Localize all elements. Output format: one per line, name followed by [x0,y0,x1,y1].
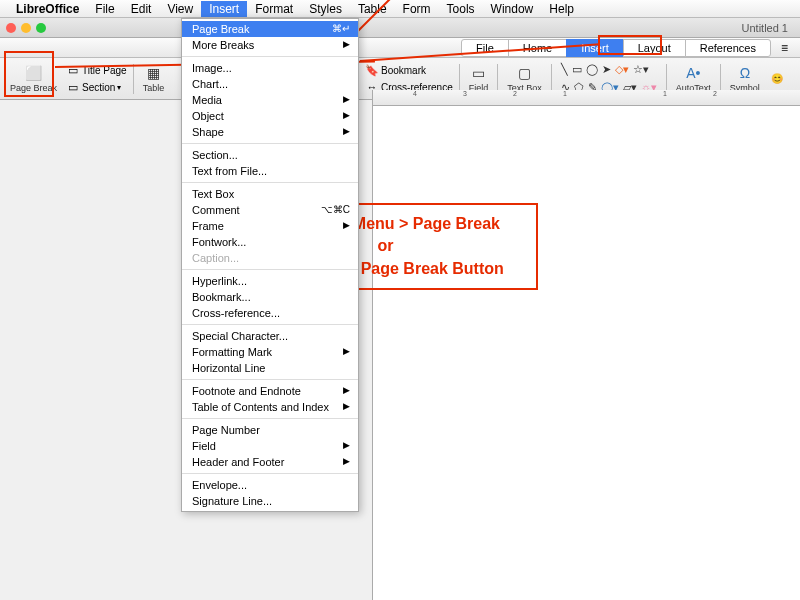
ruler-mark: 3 [463,90,467,97]
arrow-shape-icon[interactable]: ➤ [602,63,611,76]
minimize-window-icon[interactable] [21,23,31,33]
line-shape-icon[interactable]: ╲ [561,63,568,76]
ellipse-shape-icon[interactable]: ◯ [586,63,598,76]
menu-item-field[interactable]: Field▶ [182,438,358,454]
ruler-mark: 4 [413,90,417,97]
zoom-window-icon[interactable] [36,23,46,33]
menu-format[interactable]: Format [247,1,301,17]
separator [133,64,134,94]
document-area: 4 3 2 1 1 2 [372,90,800,600]
menu-item-comment[interactable]: Comment⌥⌘C [182,202,358,218]
document-title: Untitled 1 [742,22,788,34]
menu-view[interactable]: View [159,1,201,17]
menu-item-fontwork[interactable]: Fontwork... [182,234,358,250]
bookmark-button[interactable]: 🔖 Bookmark [362,62,456,78]
menu-insert[interactable]: Insert [201,1,247,17]
submenu-arrow-icon: ▶ [343,126,350,136]
annotation-highlight-page-break-button [4,51,54,97]
star-shape-icon[interactable]: ☆▾ [633,63,649,76]
macos-menubar: LibreOffice File Edit View Insert Format… [0,0,800,18]
menu-item-hyperlink[interactable]: Hyperlink... [182,273,358,289]
submenu-arrow-icon: ▶ [343,94,350,104]
menu-item-horizontal-line[interactable]: Horizontal Line [182,360,358,376]
table-icon: ▦ [144,64,162,82]
menu-window[interactable]: Window [483,1,542,17]
submenu-arrow-icon: ▶ [343,110,350,120]
page-canvas[interactable] [373,106,800,600]
menu-separator [182,143,358,144]
section-label: Section [82,82,115,93]
dropdown-arrow-icon: ▾ [117,83,121,92]
menu-separator [182,182,358,183]
menu-item-image[interactable]: Image... [182,60,358,76]
submenu-arrow-icon: ▶ [343,220,350,230]
rect-shape-icon[interactable]: ▭ [572,63,582,76]
separator [459,64,460,94]
menu-item-section[interactable]: Section... [182,147,358,163]
table-label: Table [143,83,165,93]
annotation-highlight-insert-tab [598,35,662,55]
separator [666,64,667,94]
menu-file[interactable]: File [87,1,122,17]
field-icon: ▭ [469,64,487,82]
separator [720,64,721,94]
submenu-arrow-icon: ▶ [343,440,350,450]
menu-separator [182,56,358,57]
ruler-mark: 2 [713,90,717,97]
menu-item-signature[interactable]: Signature Line... [182,493,358,509]
bookmark-label: Bookmark [381,65,426,76]
ribbon-tabs: File Home Insert Layout References ≡ [0,38,800,58]
ruler-mark: 1 [663,90,667,97]
menu-item-header-footer[interactable]: Header and Footer▶ [182,454,358,470]
insert-dropdown-menu: Page Break ⌘↵ More Breaks▶ Image... Char… [181,18,359,512]
menu-item-page-break[interactable]: Page Break ⌘↵ [182,21,358,37]
menu-item-page-number[interactable]: Page Number [182,422,358,438]
menu-item-media[interactable]: Media▶ [182,92,358,108]
close-window-icon[interactable] [6,23,16,33]
menu-item-footnote[interactable]: Footnote and Endnote▶ [182,383,358,399]
menu-help[interactable]: Help [541,1,582,17]
submenu-arrow-icon: ▶ [343,385,350,395]
submenu-arrow-icon: ▶ [343,456,350,466]
ruler-mark: 2 [513,90,517,97]
menu-item-chart[interactable]: Chart... [182,76,358,92]
submenu-arrow-icon: ▶ [343,39,350,49]
symbol-icon: Ω [736,64,754,82]
page-break-text: Page Break [192,23,249,35]
menu-styles[interactable]: Styles [301,1,350,17]
menu-item-frame[interactable]: Frame▶ [182,218,358,234]
menu-item-formatting-mark[interactable]: Formatting Mark▶ [182,344,358,360]
shapes-row-1: ╲ ▭ ◯ ➤ ◇▾ ☆▾ [557,61,661,78]
textbox-icon: ▢ [515,64,533,82]
menu-separator [182,473,358,474]
menu-item-bookmark[interactable]: Bookmark... [182,289,358,305]
submenu-arrow-icon: ▶ [343,401,350,411]
menu-item-toc[interactable]: Table of Contents and Index▶ [182,399,358,415]
menu-item-more-breaks[interactable]: More Breaks▶ [182,37,358,53]
autotext-icon: A• [684,64,702,82]
menu-item-special-char[interactable]: Special Character... [182,328,358,344]
app-name[interactable]: LibreOffice [16,2,79,16]
comment-shortcut: ⌥⌘C [321,204,350,215]
tab-references[interactable]: References [685,39,771,57]
menu-item-textbox[interactable]: Text Box [182,186,358,202]
menu-separator [182,418,358,419]
section-button[interactable]: ▭ Section ▾ [63,79,130,95]
menu-separator [182,269,358,270]
bookmark-icon: 🔖 [365,63,379,77]
window-titlebar: Untitled 1 [0,18,800,38]
menu-arrow-icon[interactable]: ≡ [777,41,792,55]
menu-separator [182,324,358,325]
menu-item-envelope[interactable]: Envelope... [182,477,358,493]
emoji-icon[interactable]: 😊 [770,72,784,86]
menu-tools[interactable]: Tools [439,1,483,17]
menu-form[interactable]: Form [395,1,439,17]
horizontal-ruler[interactable]: 4 3 2 1 1 2 [373,90,800,106]
menu-item-object[interactable]: Object▶ [182,108,358,124]
menu-item-text-from-file[interactable]: Text from File... [182,163,358,179]
menu-item-shape[interactable]: Shape▶ [182,124,358,140]
menu-item-crossref[interactable]: Cross-reference... [182,305,358,321]
diamond-shape-icon[interactable]: ◇▾ [615,63,629,76]
menu-edit[interactable]: Edit [123,1,160,17]
menu-separator [182,379,358,380]
